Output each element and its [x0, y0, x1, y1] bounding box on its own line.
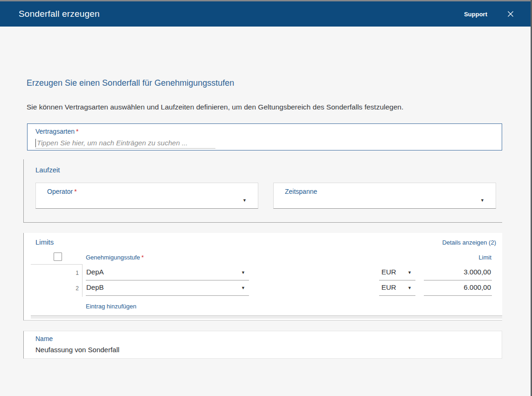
operator-label: Operator* — [47, 188, 77, 195]
limit-amount-value: 3.000,00 — [464, 268, 491, 276]
sonderfall-dialog-window: Sonderfall erzeugen Support Erzeugen Sie… — [0, 0, 532, 396]
laufzeit-section: Laufzeit Operator* ▼ Zeitspanne ▼ — [23, 159, 502, 223]
limits-section: Limits Details anzeigen (2) Genehmigungs… — [23, 233, 502, 321]
currency-dropdown[interactable]: EUR ▼ — [379, 266, 415, 280]
name-section: Name Neufassung von Sonderfall — [23, 331, 502, 359]
row-index: 1 — [52, 266, 79, 281]
chevron-down-icon[interactable]: ▼ — [408, 271, 412, 275]
support-link[interactable]: Support — [464, 11, 487, 18]
page-heading: Erzeugen Sie einen Sonderfall für Genehm… — [27, 78, 234, 88]
vertragsarten-label: Vertragsarten* — [35, 128, 79, 135]
vertragsarten-search-input[interactable]: Tippen Sie hier, um nach Einträgen zu su… — [35, 137, 215, 149]
eintrag-hinzufuegen-link[interactable]: Eintrag hinzufügen — [86, 303, 136, 310]
currency-value: EUR — [381, 268, 396, 276]
details-anzeigen-link[interactable]: Details anzeigen (2) — [442, 239, 496, 246]
limit-amount-input[interactable]: 6.000,00 — [424, 281, 492, 296]
text-cursor — [35, 139, 36, 147]
limit-table-row: 2 DepB ▼ EUR ▼ 6.000,00 — [24, 281, 502, 296]
required-asterisk: * — [76, 128, 78, 135]
laufzeit-section-title: Laufzeit — [35, 166, 60, 174]
page-description: Sie können Vertragsarten auswählen und L… — [27, 103, 403, 111]
table-header-divider — [31, 264, 82, 265]
close-icon[interactable] — [506, 9, 515, 19]
operator-dropdown[interactable]: Operator* ▼ — [35, 183, 258, 209]
genehmigungsstufe-value: DepA — [86, 268, 104, 276]
genehmigungsstufe-dropdown[interactable]: DepB ▼ — [86, 281, 249, 296]
zeitspanne-dropdown[interactable]: Zeitspanne ▼ — [273, 183, 496, 209]
select-all-checkbox[interactable] — [54, 253, 62, 261]
chevron-down-icon[interactable]: ▼ — [241, 286, 245, 290]
currency-value: EUR — [381, 283, 396, 291]
limit-amount-input[interactable]: 3.000,00 — [424, 266, 492, 280]
column-header-genehmigungsstufe: Genehmigungsstufe* — [86, 254, 144, 261]
table-horizontal-scrollbar[interactable] — [31, 315, 502, 319]
zeitspanne-label: Zeitspanne — [285, 188, 317, 195]
name-input[interactable]: Neufassung von Sonderfall — [35, 346, 119, 354]
row-index: 2 — [52, 281, 79, 296]
chevron-down-icon[interactable]: ▼ — [480, 198, 484, 203]
name-label: Name — [35, 335, 53, 342]
chevron-down-icon[interactable]: ▼ — [408, 286, 412, 290]
dialog-title: Sonderfall erzeugen — [19, 9, 100, 19]
genehmigungsstufe-value: DepB — [86, 283, 104, 291]
limit-table-row: 1 DepA ▼ EUR ▼ 3.000,00 — [24, 266, 502, 281]
currency-dropdown[interactable]: EUR ▼ — [379, 281, 415, 296]
dialog-titlebar: Sonderfall erzeugen Support — [0, 1, 532, 27]
column-header-limit: Limit — [479, 254, 491, 261]
limit-amount-value: 6.000,00 — [464, 283, 491, 291]
required-asterisk: * — [74, 188, 76, 195]
genehmigungsstufe-dropdown[interactable]: DepA ▼ — [86, 266, 249, 280]
chevron-down-icon[interactable]: ▼ — [241, 271, 245, 275]
required-asterisk: * — [141, 254, 144, 261]
limits-section-title: Limits — [35, 238, 54, 246]
chevron-down-icon[interactable]: ▼ — [242, 198, 247, 203]
vertragsarten-placeholder: Tippen Sie hier, um nach Einträgen zu su… — [37, 139, 187, 147]
vertragsarten-box: Vertragsarten* Tippen Sie hier, um nach … — [27, 123, 502, 150]
